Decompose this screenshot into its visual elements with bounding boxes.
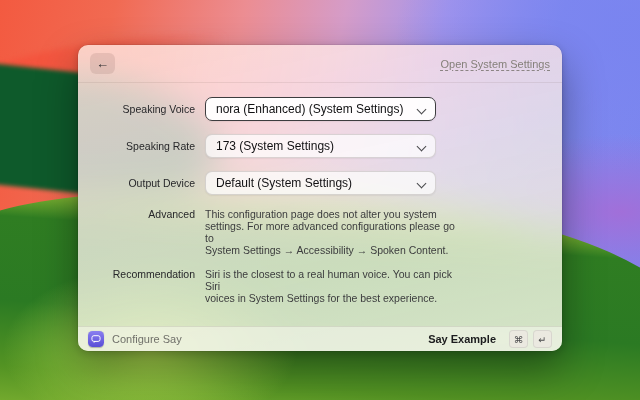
window-footer: Configure Say Say Example ⌘ ↵ <box>78 326 562 351</box>
recommendation-text: Siri is the closest to a real human voic… <box>205 268 455 304</box>
speaking-rate-label: Speaking Rate <box>78 140 205 152</box>
advanced-label: Advanced <box>78 208 205 220</box>
say-example-button[interactable]: Say Example <box>428 333 496 345</box>
form-body: Speaking Voice nora (Enhanced) (System S… <box>78 83 562 304</box>
open-system-settings-link[interactable]: Open System Settings <box>441 58 550 70</box>
app-name-label: Configure Say <box>112 333 182 345</box>
speaking-rate-row: Speaking Rate 173 (System Settings) <box>78 134 562 158</box>
speaking-voice-select[interactable]: nora (Enhanced) (System Settings) <box>205 97 436 121</box>
output-device-value: Default (System Settings) <box>216 176 352 190</box>
chevron-down-icon <box>417 104 427 114</box>
window-header: ← Open System Settings <box>78 45 562 83</box>
footer-app-info: Configure Say <box>88 331 182 347</box>
output-device-label: Output Device <box>78 177 205 189</box>
chevron-down-icon <box>417 179 427 189</box>
back-arrow-icon: ← <box>96 56 109 71</box>
output-device-row: Output Device Default (System Settings) <box>78 171 562 195</box>
recommendation-label: Recommendation <box>78 268 205 280</box>
speaking-voice-value: nora (Enhanced) (System Settings) <box>216 102 403 116</box>
footer-actions: Say Example ⌘ ↵ <box>428 330 552 348</box>
advanced-row: Advanced This configuration page does no… <box>78 208 562 256</box>
advanced-text: This configuration page does not alter y… <box>205 208 455 256</box>
speaking-rate-value: 173 (System Settings) <box>216 139 334 153</box>
speech-bubble-icon <box>88 331 104 347</box>
back-button[interactable]: ← <box>90 53 115 74</box>
chevron-down-icon <box>417 142 427 152</box>
configure-say-window: ← Open System Settings Speaking Voice no… <box>78 45 562 351</box>
output-device-select[interactable]: Default (System Settings) <box>205 171 436 195</box>
speaking-voice-row: Speaking Voice nora (Enhanced) (System S… <box>78 97 562 121</box>
desktop: ← Open System Settings Speaking Voice no… <box>0 0 640 400</box>
return-key-icon[interactable]: ↵ <box>533 330 552 348</box>
speaking-voice-label: Speaking Voice <box>78 103 205 115</box>
recommendation-row: Recommendation Siri is the closest to a … <box>78 268 562 304</box>
speaking-rate-select[interactable]: 173 (System Settings) <box>205 134 436 158</box>
command-key-icon[interactable]: ⌘ <box>509 330 528 348</box>
